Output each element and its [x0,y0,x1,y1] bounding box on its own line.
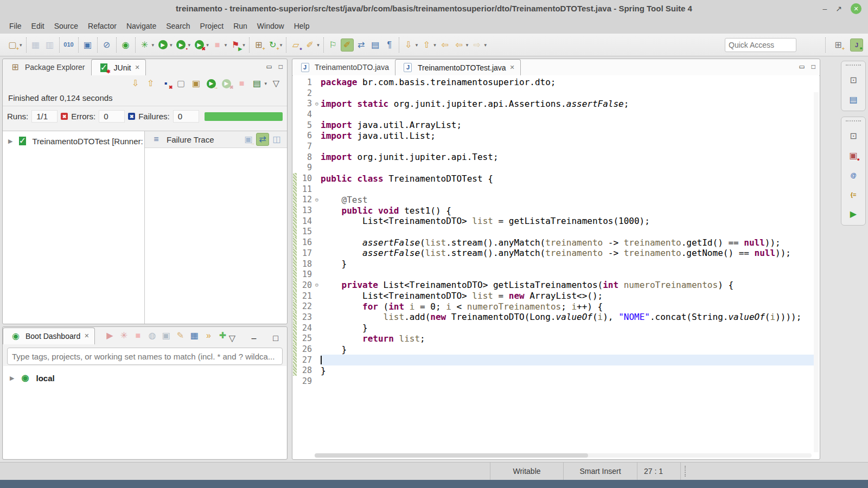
line-number[interactable]: 6 [297,131,313,140]
last-edit-location-dropdown-icon[interactable]: ▾ [416,42,418,48]
line-number[interactable]: 10 [297,174,313,183]
code-line[interactable]: 23 list.add(new TreinamentoDTO(Long.valu… [293,312,814,323]
quick-access-input[interactable] [725,38,796,52]
code-line[interactable]: 8import org.junit.jupiter.api.Test; [293,152,814,163]
search-icon[interactable]: ✐ [303,38,316,52]
code-line[interactable]: 16 assertFalse(list.stream().anyMatch(tr… [293,237,814,248]
test-run-history-icon[interactable]: ▤ [250,77,264,90]
boot-open-browser-icon[interactable]: ◍ [145,329,158,342]
open-perspective-icon[interactable]: ⊞+ [832,38,845,52]
toggle-orientation-icon[interactable]: ◫ [270,133,283,146]
debug-icon[interactable]: ✳ [138,38,151,52]
menu-file[interactable]: File [4,20,27,33]
code-line[interactable]: 27 [293,355,814,365]
declaration-view-icon[interactable]: {= [847,188,860,201]
line-number[interactable]: 20 [297,280,313,290]
restore-view-icon-2[interactable]: ⊡ [847,130,860,143]
new-wizard-dropdown-icon[interactable]: ▾ [20,42,22,48]
boot-view-menu-icon[interactable]: ▽ [226,332,239,345]
show-failures-only-icon[interactable]: ▪✖ [158,77,173,90]
code-line[interactable]: 25 return list; [293,333,814,344]
code-line[interactable]: 2 [293,88,814,99]
line-number[interactable]: 11 [297,184,313,194]
menu-search[interactable]: Search [161,20,195,33]
line-number[interactable]: 16 [297,237,313,247]
tab-treinamentodtotest-close-icon[interactable]: ✕ [510,64,515,71]
coverage-dropdown-icon[interactable]: ▾ [206,42,209,48]
code-line[interactable]: 6import java.util.List; [293,130,814,141]
forward-dropdown-icon[interactable]: ▾ [484,42,487,48]
junit-view-menu-icon[interactable]: ▽ [269,77,283,90]
line-number[interactable]: 12 [297,195,313,204]
code-line[interactable]: 14 List<TreinamentoDTO> list = getListaT… [293,216,814,227]
test-tree-item[interactable]: ▶ ✓ TreinamentoDTOTest [Runner: JU [3,131,144,147]
highlight-icon[interactable]: ✐ [341,38,354,52]
line-number[interactable]: 27 [297,355,313,365]
back-dropdown-icon[interactable]: ▾ [466,42,469,48]
stop-junit-icon[interactable]: ■ [234,77,248,90]
code-line[interactable]: 20⊖ private List<TreinamentoDTO> getList… [293,280,814,291]
run-icon[interactable]: ▶ [156,38,169,52]
code-line[interactable]: 7 [293,141,814,152]
boot-debug-icon[interactable]: ✳ [117,329,130,342]
line-number[interactable]: 22 [297,301,313,311]
line-number[interactable]: 21 [297,291,313,301]
boot-maximize-icon[interactable]: □ [269,332,282,345]
expand-icon[interactable]: ▶ [8,138,12,145]
update-maven-project-dropdown-icon[interactable]: ▾ [280,42,283,48]
show-next-failed-test-icon[interactable]: ⇩ [128,77,142,90]
boot-console-icon[interactable]: ▣ [159,329,173,342]
code-line[interactable]: 1package br.com.basis.treinamentosuperio… [293,77,814,88]
editor-minimize-icon[interactable]: ▭ [799,63,805,70]
junit-minimize-icon[interactable]: ▭ [266,63,272,70]
menu-edit[interactable]: Edit [27,20,49,33]
restore-view-icon[interactable]: ⊡ [847,74,860,87]
menu-run[interactable]: Run [228,20,252,33]
problems-view-icon[interactable]: ▣● [847,149,860,162]
editor-maximize-icon[interactable]: □ [812,63,815,70]
junit-maximize-icon[interactable]: □ [279,63,283,70]
expand-icon[interactable]: ▶ [10,375,14,382]
rerun-failed-tests-icon[interactable]: ▶✖ [219,77,233,90]
rerun-test-icon[interactable]: ▶→ [204,77,218,90]
code-line[interactable]: 12⊖ @Test [293,195,814,206]
tab-junit[interactable]: ✓✱ JUnit ✕ [91,59,146,75]
trim-drag-handle[interactable] [846,120,861,123]
code-line[interactable]: 5import java.util.ArrayList; [293,120,814,131]
fold-collapse-icon[interactable]: ⊖ [313,196,321,203]
boot-tree-item-local[interactable]: ▶ ◉ local [3,366,286,384]
debug-dropdown-icon[interactable]: ▾ [152,42,155,48]
coverage-run-icon[interactable]: ▶▪ [175,38,188,52]
code-line[interactable]: 13 public void test1() { [293,205,814,216]
outline-view-icon[interactable]: ▤ [847,93,860,106]
binary-file-icon[interactable]: 010 [62,38,75,52]
mark-occurrences-icon[interactable]: ⚐ [327,38,340,52]
line-number[interactable]: 14 [297,216,313,226]
line-number[interactable]: 3 [297,99,313,108]
back-to-last-edit-icon[interactable]: ⇦ [438,38,451,52]
code-line[interactable]: 26 } [293,344,814,355]
boot-edit-config-icon[interactable]: ✎ [174,329,187,342]
fold-collapse-icon[interactable]: ⊖ [313,281,321,288]
boot-start-icon[interactable]: ▶ [103,329,116,342]
boot-stop-icon[interactable]: ■ [131,329,144,342]
search-dropdown-icon[interactable]: ▾ [317,42,320,48]
code-line[interactable]: 10public class TreinamentoDTOTest { [293,173,814,184]
show-whitespace-icon[interactable]: ¶ [383,38,396,52]
skip-breakpoints-icon[interactable]: ⊘ [100,38,113,52]
boot-properties-icon[interactable]: ▦ [188,329,201,342]
line-number[interactable]: 23 [297,312,313,322]
back-icon[interactable]: ⇦ [452,38,465,52]
code-line[interactable]: 21 List<TreinamentoDTO> list = new Array… [293,291,814,301]
line-number[interactable]: 18 [297,259,313,269]
code-line[interactable]: 19 [293,269,814,280]
trim-drag-handle[interactable] [846,65,861,67]
new-wizard-icon[interactable]: ▢+ [6,38,19,52]
line-number[interactable]: 2 [297,88,313,98]
line-number[interactable]: 25 [297,333,313,343]
java-perspective-icon[interactable]: J● [850,38,863,52]
coverage-icon[interactable]: ▶✖ [193,38,206,52]
line-number[interactable]: 24 [297,323,313,333]
previous-edit-location-icon[interactable]: ⇧ [420,38,433,52]
code-line[interactable]: 24 } [293,323,814,333]
